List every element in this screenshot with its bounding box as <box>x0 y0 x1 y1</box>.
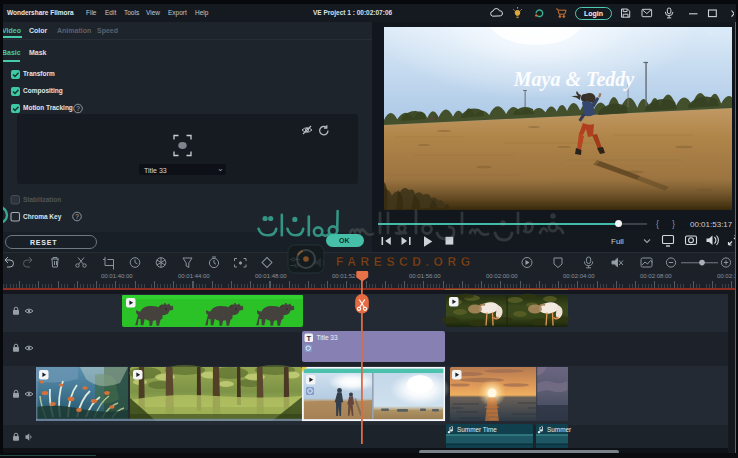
svg-text:Summer: Summer <box>547 426 572 433</box>
svg-text:Full: Full <box>611 237 624 246</box>
svg-text:Very: Very <box>707 29 722 38</box>
svg-text:Maya & Teddy: Maya & Teddy <box>513 68 634 91</box>
svg-text:?: ? <box>76 105 80 112</box>
svg-text:Summer Time: Summer Time <box>457 426 497 433</box>
svg-text:?: ? <box>75 213 79 220</box>
svg-text:T: T <box>307 334 312 343</box>
svg-text:Title 33: Title 33 <box>317 334 338 341</box>
